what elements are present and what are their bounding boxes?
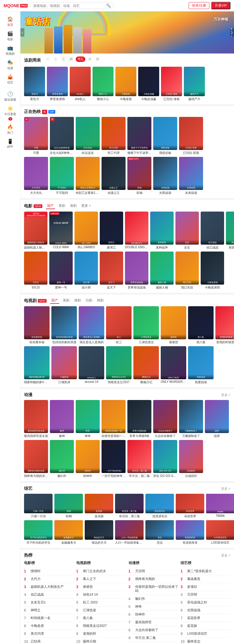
schedule-tab-fri[interactable]: 周五 — [76, 56, 85, 62]
list-item[interactable]: 台场拟作台场拟作 — [179, 440, 203, 478]
search-input[interactable] — [33, 4, 106, 8]
list-item[interactable]: 教练小心教练小心 — [93, 67, 114, 101]
rank-item[interactable]: 1第二*双倍机器大 — [181, 567, 230, 575]
rank-item[interactable]: 9老我的村 — [76, 630, 126, 638]
rank-item[interactable]: 10已结局 — [24, 638, 74, 644]
list-item[interactable]: 我想必输我想必输 — [153, 117, 177, 155]
rank-item[interactable]: 9LOD双倍综艺 — [181, 630, 230, 638]
list-item[interactable]: 饿饿下午不该带你饿饿下午不该带你来着 — [127, 117, 151, 155]
list-item[interactable]: JILL DANJILL DANBO! — [74, 212, 98, 250]
schedule-tab-mon[interactable]: 一 — [44, 56, 51, 62]
list-item[interactable]: 劳工代理劳工代理 — [102, 117, 126, 155]
list-item[interactable]: 大方失礼大方失礼 — [24, 157, 48, 195]
list-item[interactable]: 未来战场未来战场 — [179, 157, 203, 195]
list-item[interactable]: she机人she机人 — [70, 67, 91, 101]
rank-item[interactable]: 10最终意志 — [181, 638, 230, 644]
list-item[interactable]: 流浪进化论流浪进化论 — [145, 494, 174, 518]
sidebar-item-recent[interactable]: 🕐 最近观看 — [0, 89, 20, 104]
rank-item[interactable]: 7花花世界 — [181, 614, 230, 622]
list-item[interactable]: 我家和她的家4部我家和她的家4部曲 — [24, 346, 50, 384]
rank-item[interactable]: 2幕人之下 — [76, 575, 126, 583]
list-item[interactable]: 一丝不苟的神奇2一丝不苟的神奇2号 — [102, 440, 126, 478]
list-item[interactable]: 动漫之王动漫之王 — [102, 157, 126, 195]
list-item[interactable]: 已完结-部落已完结-部落 — [179, 117, 203, 155]
list-item[interactable]: 金融服务主金融服务主 — [54, 520, 83, 545]
list-item[interactable]: 你曾经是我的一切你曾经是我的一切所以你来了吗 — [102, 400, 126, 438]
list-item[interactable]: 色彩乙定看第14色彩乙定看第14集 — [76, 157, 100, 195]
list-item[interactable]: 蓝花旅蓝花旅 — [85, 494, 113, 518]
list-item[interactable]: 海边的天天海边的天天 — [85, 520, 113, 545]
rank-item[interactable]: 5异化战场之剑 — [181, 599, 230, 606]
rank-item[interactable]: 6江湖也老 — [76, 606, 126, 614]
list-item[interactable]: 我生是佳人是我的我生是佳人是我的 — [79, 306, 104, 344]
banner-next-button[interactable]: › — [230, 28, 234, 37]
sidebar-item-hot[interactable]: 🔥 热门 — [0, 122, 20, 137]
list-item[interactable]: 花花世界花花世界 — [176, 494, 204, 518]
list-item[interactable]: 蝶殇日记蝶殇日记 — [133, 346, 159, 384]
sidebar-item-tv[interactable]: 📺 电视剧 — [0, 43, 20, 58]
rank-item[interactable]: 7时间线第一名 — [24, 614, 74, 622]
rank-item[interactable]: 10最终日期 — [76, 638, 126, 644]
sidebar-item-app[interactable]: 📱 APP — [0, 137, 20, 150]
sidebar-item-today[interactable]: ⭐ 今日更新 9 — [0, 104, 20, 122]
list-item[interactable]: 老我的村镇里上去老我的村镇里上去 — [215, 306, 234, 344]
list-item[interactable]: 动乙战战动乙战战 — [201, 212, 224, 250]
list-item[interactable]: 热可爱可爱 — [24, 117, 48, 155]
list-item[interactable]: 异化 GO GO异化 GO GO GO！ 1 — [153, 440, 177, 478]
list-item[interactable]: 有进就有笑有进就有笑 — [176, 520, 204, 545]
rank-item[interactable]: 3超级机器人大制造生产 — [24, 583, 74, 591]
search-bar[interactable]: 🔍 — [30, 2, 114, 9]
list-item[interactable]: 给你最幸福给你最幸福 — [24, 306, 50, 344]
list-item[interactable]: 爱神一号爱神一号 — [49, 252, 73, 290]
list-item[interactable]: 战骨战骨 — [205, 400, 229, 438]
list-item[interactable]: 某种战争某种战争 — [150, 212, 174, 250]
anime-more[interactable]: 更多 > — [221, 393, 230, 397]
rank-item[interactable]: 5神奇 — [129, 603, 178, 611]
sidebar-item-home[interactable]: 🏠 首页 — [0, 14, 20, 29]
list-item[interactable]: 情格里走过202情格里走过2027 — [106, 346, 132, 384]
sidebar-item-variety[interactable]: 🎪 综艺 — [0, 72, 20, 87]
list-item[interactable]: 我终将为我的东西我终将为我的东西一生战 — [24, 440, 48, 478]
sidebar-item-anime[interactable]: 🎭 动漫 — [0, 58, 20, 72]
list-item[interactable]: DOUBLE EDOUBLE ENGINEERING — [125, 212, 148, 250]
list-item[interactable]: 最高指挥官是女孩最高指挥官是女孩 — [24, 400, 48, 438]
rank-item[interactable]: 6快神作 — [129, 611, 178, 618]
variety-more[interactable]: 更多 > — [221, 487, 230, 491]
login-button[interactable]: 登录/注册 — [189, 2, 209, 9]
rank-item[interactable]: 3多项目 — [181, 583, 230, 591]
vip-button[interactable]: 开通VIP — [211, 2, 230, 9]
rankings-more[interactable]: 更多 > — [221, 553, 230, 558]
list-item[interactable]: 异界传说战场异界传说战场 — [125, 252, 148, 290]
list-item[interactable]: 我已失踪我已失踪 — [175, 252, 199, 290]
rank-item[interactable]: 9毕方法 第二集 — [129, 634, 178, 642]
list-item[interactable]: 女生女生 — [175, 212, 199, 250]
rank-item[interactable]: 1情情时 — [24, 567, 74, 575]
list-item[interactable]: 不可阻挡不可阻挡 — [50, 157, 74, 195]
rank-item[interactable]: 4万历明 — [181, 591, 230, 599]
list-item[interactable]: 神奇神奇 — [76, 400, 100, 438]
rank-item[interactable]: 5松三 2022 — [76, 599, 126, 606]
search-icon[interactable]: 🔍 — [106, 3, 111, 8]
movies-tab-more[interactable]: 更多 > — [80, 203, 92, 209]
movies-tab-us[interactable]: 美剧 — [57, 203, 66, 209]
list-item[interactable]: 越境产片越境产片 — [184, 67, 205, 101]
list-item[interactable]: 9月159月15 — [24, 252, 47, 290]
list-item[interactable]: 热爱战场热爱战场 — [188, 346, 214, 384]
logo[interactable]: MQONE PRO — [4, 3, 28, 8]
list-item[interactable]: 美国侠义代理美国侠义代理 — [226, 212, 234, 250]
rank-item[interactable]: 10异化 GO GO GO! 1 — [129, 642, 178, 644]
rank-item[interactable]: 6光荣战场 — [181, 606, 230, 614]
list-item[interactable]: 热生化大战4神奇老生化大战4神奇老虎机 — [50, 117, 74, 155]
tv-tab-kr[interactable]: 韩剧 — [96, 298, 105, 304]
list-item[interactable]: 威胁人物威胁人物 — [150, 252, 174, 290]
schedule-tab-wed[interactable]: 三 — [60, 56, 67, 62]
list-item[interactable]: 意志意志 — [145, 520, 174, 545]
list-item[interactable]: 只做一日光只做一日光 — [24, 494, 53, 518]
tv-tab-us[interactable]: 美剧 — [62, 298, 71, 304]
tv-tab-domestic[interactable]: 国产 — [50, 298, 59, 304]
rank-item[interactable]: 3你曾经是我的一切所以你来了吗 — [129, 583, 178, 595]
list-item[interactable]: 大志向你都有了大志向你都有了 — [153, 400, 177, 438]
list-item[interactable]: 第八集第八集 — [188, 306, 214, 344]
list-item[interactable]: 有话说，第三集有话说，第三集 — [115, 494, 144, 518]
rank-item[interactable]: 6神明之 — [24, 606, 74, 614]
